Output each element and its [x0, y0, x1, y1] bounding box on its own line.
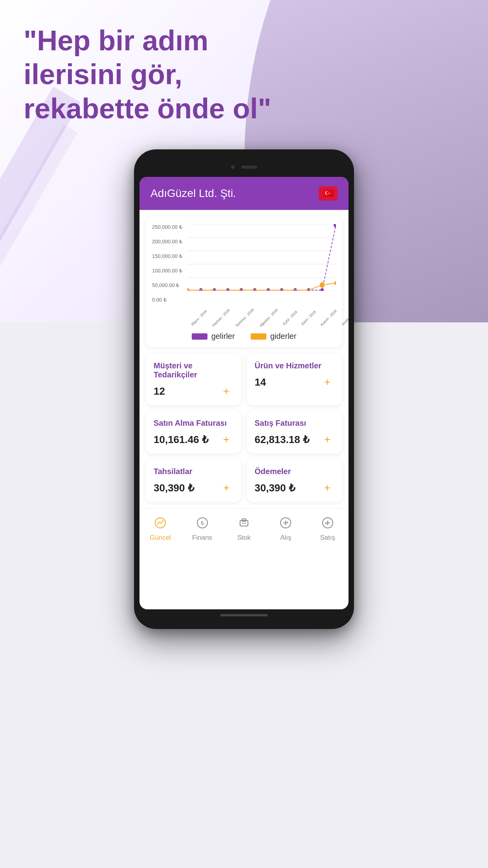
card-customers-value-row: 12 +	[154, 384, 233, 398]
y-label-5: 50,000.00 ₺	[152, 282, 182, 288]
flag-emoji: 🇹🇷	[323, 188, 334, 199]
chart-plot	[187, 224, 336, 291]
legend-giderler: giderler	[251, 332, 297, 341]
card-payments-add[interactable]: +	[320, 481, 334, 495]
x-axis: Mayıs - 2018 Haziran - 2018 Temmuz - 201…	[187, 316, 336, 320]
phone-mockup: AdıGüzel Ltd. Şti. 🇹🇷 250,000.00 ₺ 200,0…	[134, 149, 354, 629]
card-payments-value-row: 30,390 ₺ +	[255, 481, 334, 495]
nav-item-stok[interactable]: Stok	[223, 514, 265, 542]
card-collections-value-row: 30,390 ₺ +	[154, 481, 233, 495]
card-products-title: Ürün ve Hizmetler	[255, 361, 334, 370]
card-customers-title: Müşteri ve Tedarikçiler	[154, 361, 233, 379]
y-label-3: 150,000.00 ₺	[152, 253, 182, 259]
nav-label-guncel: Güncel	[150, 534, 171, 542]
card-payments: Ödemeler 30,390 ₺ +	[247, 459, 342, 502]
chart-legend: gelirler giderler	[152, 329, 336, 341]
chart-section: 250,000.00 ₺ 200,000.00 ₺ 150,000.00 ₺ 1…	[146, 216, 342, 347]
legend-gelirler-label: gelirler	[211, 332, 235, 341]
card-purchase-title: Satın Alma Faturası	[154, 419, 233, 428]
y-label-6: 0.00 ₺	[152, 297, 182, 303]
svg-point-16	[320, 288, 324, 291]
card-purchase-invoice: Satın Alma Faturası 10,161.46 ₺ +	[146, 411, 241, 454]
svg-text:₺: ₺	[200, 520, 204, 526]
card-products-add[interactable]: +	[320, 375, 334, 389]
legend-gelirler: gelirler	[192, 332, 235, 341]
svg-point-19	[320, 282, 325, 288]
card-collections-add[interactable]: +	[219, 481, 233, 495]
app-header: AdıGüzel Ltd. Şti. 🇹🇷	[139, 177, 349, 210]
legend-giderler-label: giderler	[270, 332, 297, 341]
card-products: Ürün ve Hizmetler 14 +	[247, 353, 342, 405]
home-indicator	[220, 614, 268, 616]
card-collections-value: 30,390 ₺	[154, 482, 194, 494]
finans-icon: ₺	[194, 514, 211, 531]
nav-label-alis: Alış	[280, 534, 291, 542]
stok-icon	[235, 514, 253, 531]
nav-item-alis[interactable]: Alış	[265, 514, 306, 542]
phone-bottom-bar	[139, 609, 349, 621]
y-label-4: 100,000.00 ₺	[152, 268, 182, 274]
speaker-hole	[241, 166, 257, 169]
nav-item-satis[interactable]: Satış	[307, 514, 349, 542]
nav-item-finans[interactable]: ₺ Finans	[181, 514, 223, 542]
chart-area: 250,000.00 ₺ 200,000.00 ₺ 150,000.00 ₺ 1…	[152, 224, 336, 303]
x-label-8: Aralık - 2018	[341, 309, 349, 326]
flag-badge: 🇹🇷	[319, 186, 338, 200]
card-customers-value: 12	[154, 385, 165, 397]
nav-label-stok: Stok	[237, 534, 251, 542]
chart-svg	[187, 224, 336, 291]
card-sales-value-row: 62,813.18 ₺ +	[255, 432, 334, 447]
phone-outer-shell: AdıGüzel Ltd. Şti. 🇹🇷 250,000.00 ₺ 200,0…	[134, 149, 354, 629]
card-payments-value: 30,390 ₺	[255, 482, 295, 494]
satis-icon	[319, 514, 336, 531]
card-purchase-value: 10,161.46 ₺	[154, 434, 209, 446]
company-name: AdıGüzel Ltd. Şti.	[150, 187, 236, 200]
svg-point-20	[334, 281, 336, 285]
card-sales-add[interactable]: +	[320, 432, 334, 447]
card-sales-title: Satış Faturası	[255, 419, 334, 428]
card-payments-title: Ödemeler	[255, 467, 334, 476]
svg-point-17	[334, 224, 336, 228]
y-label-1: 250,000.00 ₺	[152, 224, 182, 230]
card-purchase-value-row: 10,161.46 ₺ +	[154, 432, 233, 447]
card-customers: Müşteri ve Tedarikçiler 12 +	[146, 353, 241, 405]
card-collections: Tahsilatlar 30,390 ₺ +	[146, 459, 241, 502]
card-purchase-add[interactable]: +	[219, 432, 233, 447]
card-products-value-row: 14 +	[255, 375, 334, 389]
y-axis: 250,000.00 ₺ 200,000.00 ₺ 150,000.00 ₺ 1…	[152, 224, 182, 303]
guncel-icon	[152, 514, 169, 531]
card-products-value: 14	[255, 376, 266, 388]
dashboard-grid: Müşteri ve Tedarikçiler 12 + Ürün ve Hiz…	[139, 353, 349, 508]
y-label-2: 200,000.00 ₺	[152, 239, 182, 245]
phone-top-bar	[139, 157, 349, 177]
hero-quote: "Hep bir adım ilerisini gör, rekabette ö…	[24, 24, 299, 125]
card-customers-add[interactable]: +	[219, 384, 233, 398]
phone-screen: AdıGüzel Ltd. Şti. 🇹🇷 250,000.00 ₺ 200,0…	[139, 177, 349, 609]
nav-label-satis: Satış	[320, 534, 335, 542]
hero-text-block: "Hep bir adım ilerisini gör, rekabette ö…	[24, 24, 299, 125]
alis-icon	[277, 514, 294, 531]
nav-item-guncel[interactable]: Güncel	[139, 514, 181, 542]
bottom-nav: Güncel ₺ Finans	[139, 508, 349, 546]
legend-giderler-color	[251, 333, 266, 340]
card-collections-title: Tahsilatlar	[154, 467, 233, 476]
card-sales-value: 62,813.18 ₺	[255, 434, 310, 446]
camera-dot	[231, 165, 235, 169]
legend-gelirler-color	[192, 333, 207, 340]
card-sales-invoice: Satış Faturası 62,813.18 ₺ +	[247, 411, 342, 454]
nav-label-finans: Finans	[192, 534, 212, 542]
